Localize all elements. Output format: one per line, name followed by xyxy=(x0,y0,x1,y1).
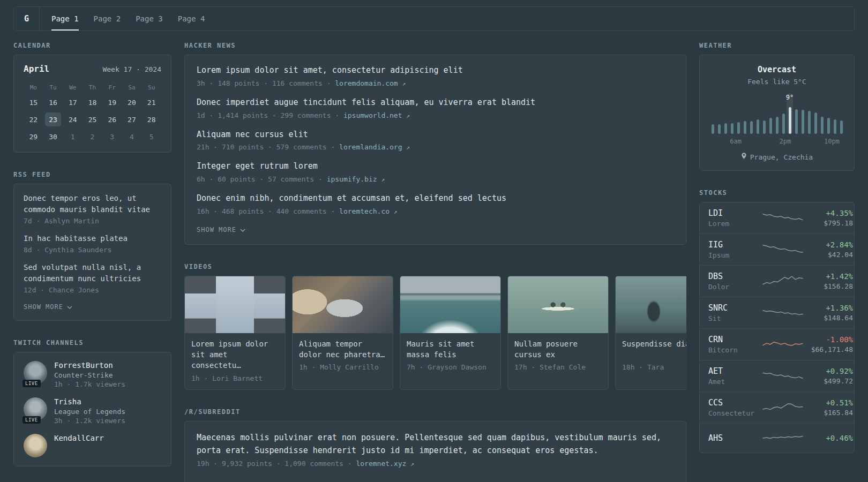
weather-bar-fill xyxy=(834,119,836,134)
hackernews-widget-title: HACKER NEWS xyxy=(184,42,686,49)
news-item-domain-link[interactable]: loremdomain.com ↗ xyxy=(335,79,406,87)
calendar-header: April Week 17 · 2024 xyxy=(24,64,161,74)
weather-hourly-chart: 9° xyxy=(708,93,845,134)
news-item-domain-link[interactable]: loremtech.co ↗ xyxy=(339,207,397,215)
stock-row[interactable]: AHS+0.46% xyxy=(700,423,854,453)
news-item-title[interactable]: Lorem ipsum dolor sit amet, consectetur … xyxy=(197,65,674,77)
stock-name: Dolor xyxy=(708,283,758,291)
show-more-label: SHOW MORE xyxy=(197,226,236,234)
video-card[interactable]: Mauris sit amet massa felis7h · Grayson … xyxy=(400,276,501,390)
videos-widget-title: VIDEOS xyxy=(184,263,686,270)
stock-sparkline-wrap xyxy=(762,336,804,353)
video-title: Nullam posuere cursus ex xyxy=(508,333,608,360)
stock-sparkline-wrap xyxy=(762,209,804,227)
tab-page-2[interactable]: Page 2 xyxy=(94,7,121,31)
video-card[interactable]: Lorem ipsum dolor sit amet consectetu…1h… xyxy=(184,276,286,390)
stock-values: +0.46% xyxy=(808,434,853,442)
stock-sparkline-wrap xyxy=(762,399,804,416)
stock-symbol: AHS xyxy=(708,433,758,443)
news-item-title[interactable]: Aliquam nec cursus elit xyxy=(197,129,674,141)
news-item-title[interactable]: Donec imperdiet augue tincidunt felis al… xyxy=(197,97,674,109)
news-item-domain-link[interactable]: ipsumworld.net ↗ xyxy=(343,111,410,119)
chevron-down-icon xyxy=(67,303,72,311)
twitch-channel-name[interactable]: ForrestBurton xyxy=(54,361,125,370)
weather-bar-fill xyxy=(744,121,746,134)
news-item-stats: 3h · 148 points · 116 comments · xyxy=(197,79,335,87)
weather-bar-fill xyxy=(737,122,740,134)
stock-row[interactable]: IIGIpsum+2.84%$42.04 xyxy=(700,234,854,265)
tab-page-1[interactable]: Page 1 xyxy=(51,7,79,31)
rss-item: Sed volutpat nulla nisl, a condimentum n… xyxy=(24,262,161,294)
stock-info: LDILorem xyxy=(708,208,758,228)
news-item-meta: 21h · 710 points · 579 comments · loreml… xyxy=(197,143,674,151)
videos-row[interactable]: Lorem ipsum dolor sit amet consectetu…1h… xyxy=(184,276,686,390)
calendar-day: 18 xyxy=(84,95,100,109)
twitch-widget-title: TWITCH CHANNELS xyxy=(13,339,171,347)
stock-info: CCSConsectetur xyxy=(708,398,758,417)
hackernews-show-more-button[interactable]: SHOW MORE xyxy=(197,225,245,235)
twitch-channel-row[interactable]: LIVETrishaLeague of Legends3h · 1.2k vie… xyxy=(24,397,161,425)
news-item: Donec imperdiet augue tincidunt felis al… xyxy=(197,97,674,119)
weather-bar-fill xyxy=(840,120,843,134)
stock-name: Lorem xyxy=(708,220,758,228)
tab-page-3[interactable]: Page 3 xyxy=(136,7,163,31)
rss-show-more-button[interactable]: SHOW MORE xyxy=(24,302,72,312)
stocks-widget: STOCKS LDILorem+4.35%$795.18IIGIpsum+2.8… xyxy=(699,189,855,453)
video-card[interactable]: Suspendisse diam18h · Tara xyxy=(615,276,686,390)
calendar-day: 16 xyxy=(45,95,61,109)
calendar-day: 22 xyxy=(25,112,41,126)
twitch-channel-name[interactable]: Trisha xyxy=(54,397,125,406)
stock-sparkline xyxy=(762,209,804,227)
news-item-domain-link[interactable]: ipsumify.biz ↗ xyxy=(327,175,385,183)
news-item-title[interactable]: Maecenas mollis pulvinar erat non posuer… xyxy=(197,431,674,457)
weather-widget-title: WEATHER xyxy=(699,42,855,49)
videos-widget: VIDEOS Lorem ipsum dolor sit amet consec… xyxy=(184,263,686,390)
stock-row[interactable]: CCSConsectetur+0.51%$165.84 xyxy=(700,391,854,423)
rss-widget-title: RSS FEED xyxy=(13,171,171,178)
video-thumbnail xyxy=(400,276,500,333)
video-title: Aliquam tempor dolor nec pharetra… xyxy=(293,333,393,360)
rss-item: Donec tempor eros leo, ut commodo mauris… xyxy=(24,193,161,225)
video-card[interactable]: Nullam posuere cursus ex17h · Stefan Col… xyxy=(507,276,609,390)
stock-row[interactable]: SNRCSit+1.36%$148.64 xyxy=(700,297,854,328)
stock-values: +1.36%$148.64 xyxy=(808,304,853,322)
stock-row[interactable]: LDILorem+4.35%$795.18 xyxy=(700,202,854,234)
video-card[interactable]: Aliquam tempor dolor nec pharetra…1h · M… xyxy=(292,276,393,390)
rss-item-title[interactable]: In hac habitasse platea xyxy=(24,233,161,244)
weather-card: Overcast Feels like 5°C 9° 6am2pm10pm Pr… xyxy=(699,55,855,171)
weather-bar-fill xyxy=(750,121,753,134)
calendar-day: 24 xyxy=(65,112,81,126)
weather-time-label: 2pm xyxy=(780,138,791,145)
news-item-meta: 19h · 9,932 points · 1,090 comments · lo… xyxy=(197,460,674,468)
rss-item-title[interactable]: Sed volutpat nulla nisl, a condimentum n… xyxy=(24,262,161,284)
weather-bar-fill xyxy=(789,107,791,134)
weather-bar xyxy=(742,93,748,134)
stock-sparkline xyxy=(762,273,804,290)
calendar-grid: MoTuWeThFrSaSu15161718192021222324252627… xyxy=(24,82,161,144)
video-meta: 17h · Stefan Cole xyxy=(508,360,608,378)
stock-change: +4.35% xyxy=(808,209,853,217)
live-badge: LIVE xyxy=(23,416,41,424)
video-meta: 7h · Grayson Dawson xyxy=(400,360,500,378)
news-item-title[interactable]: Integer eget rutrum lorem xyxy=(197,161,674,172)
stock-row[interactable]: DBSDolor+1.42%$156.28 xyxy=(700,265,854,297)
external-link-icon: ↗ xyxy=(381,176,385,183)
stock-row[interactable]: CRNBitcorn-1.00%$66,171.48 xyxy=(700,328,854,360)
twitch-channel-row[interactable]: LIVEForrestBurtonCounter-Strike1h · 1.7k… xyxy=(24,361,161,388)
video-meta: 1h · Lori Barnett xyxy=(185,371,285,389)
news-item-domain-link[interactable]: loremlandia.org ↗ xyxy=(339,143,410,151)
news-item-domain-link[interactable]: loremnet.xyz ↗ xyxy=(356,460,414,468)
news-item-meta: 1d · 1,414 points · 299 comments · ipsum… xyxy=(197,111,674,119)
rss-item-title[interactable]: Donec tempor eros leo, ut commodo mauris… xyxy=(24,193,161,215)
stock-row[interactable]: AETAmet+0.92%$499.72 xyxy=(700,360,854,391)
stock-price: $795.18 xyxy=(808,219,853,227)
news-item-title[interactable]: Donec enim nibh, condimentum et accumsan… xyxy=(197,193,674,205)
video-title: Lorem ipsum dolor sit amet consectetu… xyxy=(185,333,285,371)
twitch-channel-name[interactable]: KendallCarr xyxy=(54,434,104,442)
tab-page-4[interactable]: Page 4 xyxy=(178,7,205,31)
news-item-stats: 1d · 1,414 points · 299 comments · xyxy=(197,111,343,119)
weather-location-label: Prague, Czechia xyxy=(750,153,813,161)
stock-price: $165.84 xyxy=(808,409,853,417)
weather-bar-fill xyxy=(731,123,734,134)
twitch-channel-row[interactable]: KendallCarr xyxy=(24,434,161,457)
